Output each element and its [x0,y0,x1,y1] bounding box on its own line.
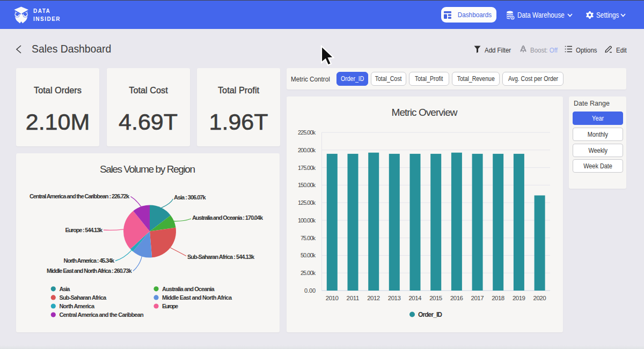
svg-text:100.00k: 100.00k [298,217,316,224]
svg-text:Europe : 544.13k: Europe : 544.13k [65,227,103,233]
svg-text:Australia and Oceania : 170.04: Australia and Oceania : 170.04k [192,214,264,221]
svg-text:Sub-Saharan Africa : 544.13k: Sub-Saharan Africa : 544.13k [187,254,255,260]
svg-text:175.00k: 175.00k [298,165,316,171]
svg-text:200.00k: 200.00k [298,147,316,153]
svg-text:75.00k: 75.00k [301,235,316,241]
svg-text:Australia and Oceania: Australia and Oceania [162,286,215,292]
svg-text:Sub-Saharan Africa: Sub-Saharan Africa [59,294,107,301]
svg-text:Order_ID: Order_ID [418,311,442,318]
svg-text:2010: 2010 [326,295,339,301]
svg-text:North America: North America [59,303,94,309]
svg-text:2015: 2015 [429,295,442,301]
svg-text:Metric Overview: Metric Overview [392,107,458,118]
svg-text:Sales Volume by Region: Sales Volume by Region [100,164,195,175]
svg-text:0.00: 0.00 [304,287,316,294]
svg-text:125.00k: 125.00k [298,199,316,206]
svg-text:2020: 2020 [533,295,546,301]
svg-text:2018: 2018 [492,295,504,301]
svg-text:50.00k: 50.00k [301,252,316,258]
svg-text:225.00k: 225.00k [298,129,316,136]
svg-text:2014: 2014 [409,295,422,301]
svg-text:Europe: Europe [162,303,178,309]
svg-text:2019: 2019 [513,295,525,301]
svg-text:2011: 2011 [347,295,360,301]
svg-text:Central America and the Caribb: Central America and the Caribbean [59,311,144,318]
svg-text:Middle East and North Africa :: Middle East and North Africa : 260.73k [47,268,132,274]
svg-text:150.00k: 150.00k [298,182,316,188]
svg-text:2013: 2013 [388,295,401,301]
svg-text:Central America and the Caribb: Central America and the Caribbean : 226.… [30,193,130,199]
svg-text:Asia : 306.07k: Asia : 306.07k [174,194,206,201]
svg-text:North America : 45.34k: North America : 45.34k [64,257,115,264]
svg-text:2012: 2012 [367,295,380,301]
svg-text:2016: 2016 [450,295,463,301]
svg-text:Asia: Asia [59,286,70,292]
svg-text:25.00k: 25.00k [301,270,316,276]
svg-text:2017: 2017 [471,295,484,301]
svg-text:Middle East and North Africa: Middle East and North Africa [162,294,232,301]
